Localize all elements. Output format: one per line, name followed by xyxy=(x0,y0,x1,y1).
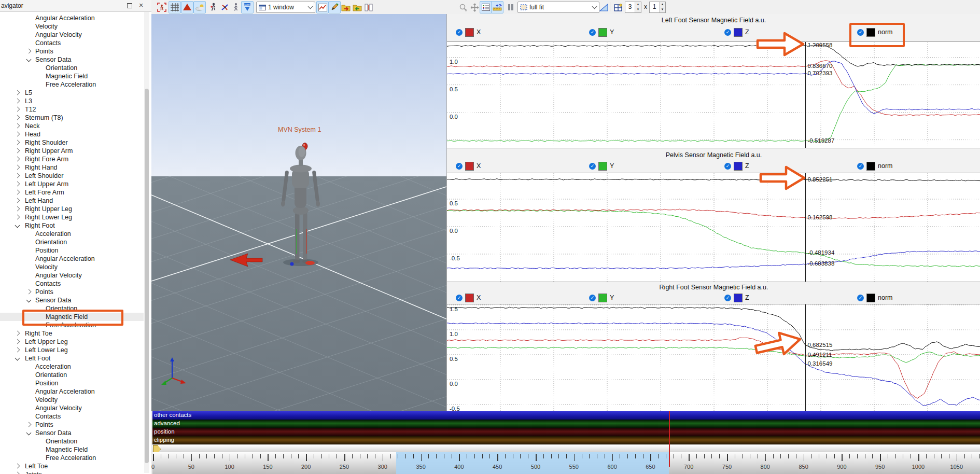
tree-item-angular-acceleration[interactable]: Angular Acceleration xyxy=(0,14,144,22)
tree-item-right-foot[interactable]: Right Foot xyxy=(0,221,144,230)
tree-item-right-fore-arm[interactable]: Right Fore Arm xyxy=(0,155,144,163)
sky-toggle-icon[interactable] xyxy=(193,1,206,13)
tree-item-orientation[interactable]: Orientation xyxy=(0,304,144,313)
tree-item-t12[interactable]: T12 xyxy=(0,105,144,114)
checkbox-checked-icon[interactable]: ✓ xyxy=(857,29,864,36)
checkbox-checked-icon[interactable]: ✓ xyxy=(724,295,731,301)
labels-toggle-icon[interactable]: LABEL xyxy=(241,1,254,13)
tree-item-magnetic-field[interactable]: Magnetic Field xyxy=(0,313,144,321)
chevron-right-icon[interactable] xyxy=(15,115,20,120)
walker-icon[interactable] xyxy=(230,1,242,13)
track-other-contacts[interactable]: other contacts xyxy=(152,411,980,420)
timeline-ruler[interactable]: 0501001502002503003504004505005506006507… xyxy=(152,452,980,474)
pause-columns-icon[interactable] xyxy=(505,1,517,13)
ruler-query-icon[interactable]: +?+ xyxy=(491,1,503,13)
tree-item-points[interactable]: Points xyxy=(0,47,144,55)
legend-item-Y[interactable]: ✓Y xyxy=(589,294,614,302)
chevron-down-icon[interactable] xyxy=(26,57,32,62)
follow-view-icon[interactable] xyxy=(156,1,168,13)
tree-item-velocity[interactable]: Velocity xyxy=(0,396,144,404)
checkbox-checked-icon[interactable]: ✓ xyxy=(724,163,731,170)
chevron-right-icon[interactable] xyxy=(15,173,20,178)
tree-item-free-acceleration[interactable]: Free Acceleration xyxy=(0,321,144,329)
checkbox-checked-icon[interactable]: ✓ xyxy=(456,29,463,36)
fit-mode-dropdown[interactable]: full fit xyxy=(517,2,599,13)
tree-item-left-upper-leg[interactable]: Left Upper Leg xyxy=(0,338,144,346)
chevron-right-icon[interactable] xyxy=(15,123,20,129)
chevron-right-icon[interactable] xyxy=(15,472,20,474)
sensor-axes-icon[interactable] xyxy=(218,1,231,13)
legend-list-icon[interactable] xyxy=(480,1,492,13)
legend-item-Y[interactable]: ✓Y xyxy=(589,162,614,170)
tree-item-right-shoulder[interactable]: Right Shoulder xyxy=(0,138,144,147)
tree-item-left-lower-leg[interactable]: Left Lower Leg xyxy=(0,346,144,354)
tree-item-sternum-t8-[interactable]: Sternum (T8) xyxy=(0,114,144,122)
float-panel-icon[interactable] xyxy=(125,2,134,10)
tree-item-right-hand[interactable]: Right Hand xyxy=(0,163,144,172)
pan-icon[interactable] xyxy=(468,1,481,13)
export-folder-icon[interactable] xyxy=(351,1,363,13)
legend-item-norm[interactable]: ✓norm xyxy=(857,294,892,302)
chevron-right-icon[interactable] xyxy=(15,206,20,212)
tree-item-angular-acceleration[interactable]: Angular Acceleration xyxy=(0,255,144,263)
tree-item-right-upper-arm[interactable]: Right Upper Arm xyxy=(0,147,144,155)
chevron-right-icon[interactable] xyxy=(15,190,20,195)
legend-item-X[interactable]: ✓X xyxy=(456,294,481,302)
grid-layout-icon[interactable] xyxy=(612,1,624,13)
stepper-up-icon[interactable]: ▲ xyxy=(660,2,665,7)
window-mode-dropdown[interactable]: 1 window xyxy=(256,2,315,13)
grid-toggle-icon[interactable] xyxy=(169,1,181,13)
tree-item-left-foot[interactable]: Left Foot xyxy=(0,354,144,363)
tree-item-free-acceleration[interactable]: Free Acceleration xyxy=(0,80,144,89)
set-square-icon[interactable] xyxy=(597,1,610,13)
tree-item-orientation[interactable]: Orientation xyxy=(0,437,144,445)
scrollbar-thumb[interactable] xyxy=(145,89,149,463)
chevron-down-icon[interactable] xyxy=(26,430,32,436)
track-clipping[interactable]: clipping xyxy=(152,436,980,444)
tree-item-orientation[interactable]: Orientation xyxy=(0,371,144,379)
zoom-region-icon[interactable] xyxy=(457,1,469,13)
chevron-right-icon[interactable] xyxy=(15,347,20,353)
grid-cols-stepper[interactable]: 3 ▲▼ xyxy=(625,2,641,13)
chevron-down-icon[interactable] xyxy=(15,356,20,361)
tree-item-contacts[interactable]: Contacts xyxy=(0,39,144,47)
chart-mode-icon[interactable] xyxy=(316,1,329,13)
tree-item-acceleration[interactable]: Acceleration xyxy=(0,363,144,371)
edit-pencil-icon[interactable] xyxy=(328,1,341,13)
tree-item-free-acceleration[interactable]: Free Acceleration xyxy=(0,454,144,462)
navigator-scrollbar[interactable] xyxy=(144,12,149,473)
tree-item-angular-velocity[interactable]: Angular Velocity xyxy=(0,271,144,280)
chevron-right-icon[interactable] xyxy=(15,165,20,170)
chevron-right-icon[interactable] xyxy=(26,49,32,54)
legend-item-Z[interactable]: ✓Z xyxy=(724,294,749,302)
tree-item-magnetic-field[interactable]: Magnetic Field xyxy=(0,72,144,80)
import-folder-icon[interactable] xyxy=(340,1,352,13)
tree-item-sensor-data[interactable]: Sensor Data xyxy=(0,296,144,304)
chevron-right-icon[interactable] xyxy=(15,140,20,145)
chevron-right-icon[interactable] xyxy=(15,331,20,336)
tree-item-velocity[interactable]: Velocity xyxy=(0,263,144,271)
tree-item-right-upper-leg[interactable]: Right Upper Leg xyxy=(0,205,144,213)
tree-item-angular-acceleration[interactable]: Angular Acceleration xyxy=(0,387,144,396)
legend-item-Z[interactable]: ✓Z xyxy=(724,162,749,170)
tree-item-sensor-data[interactable]: Sensor Data xyxy=(0,55,144,64)
close-panel-icon[interactable]: × xyxy=(137,2,145,10)
legend-item-X[interactable]: ✓X xyxy=(456,162,481,170)
track-advanced[interactable]: advanced xyxy=(152,420,980,428)
chevron-right-icon[interactable] xyxy=(26,422,32,427)
checkbox-checked-icon[interactable]: ✓ xyxy=(589,163,596,170)
chevron-right-icon[interactable] xyxy=(15,215,20,220)
legend-item-norm[interactable]: ✓norm xyxy=(857,28,892,36)
checkbox-checked-icon[interactable]: ✓ xyxy=(857,163,864,170)
legend-item-Z[interactable]: ✓Z xyxy=(724,28,749,36)
tree-item-neck[interactable]: Neck xyxy=(0,122,144,130)
playhead[interactable] xyxy=(669,411,670,467)
tree-item-velocity[interactable]: Velocity xyxy=(0,22,144,31)
chevron-right-icon[interactable] xyxy=(15,132,20,137)
tree-item-l3[interactable]: L3 xyxy=(0,97,144,105)
tree-item-right-toe[interactable]: Right Toe xyxy=(0,329,144,338)
chevron-right-icon[interactable] xyxy=(15,107,20,112)
navigator-titlebar[interactable]: avigator × xyxy=(0,0,151,12)
chevron-right-icon[interactable] xyxy=(15,339,20,344)
chevron-right-icon[interactable] xyxy=(15,90,20,95)
